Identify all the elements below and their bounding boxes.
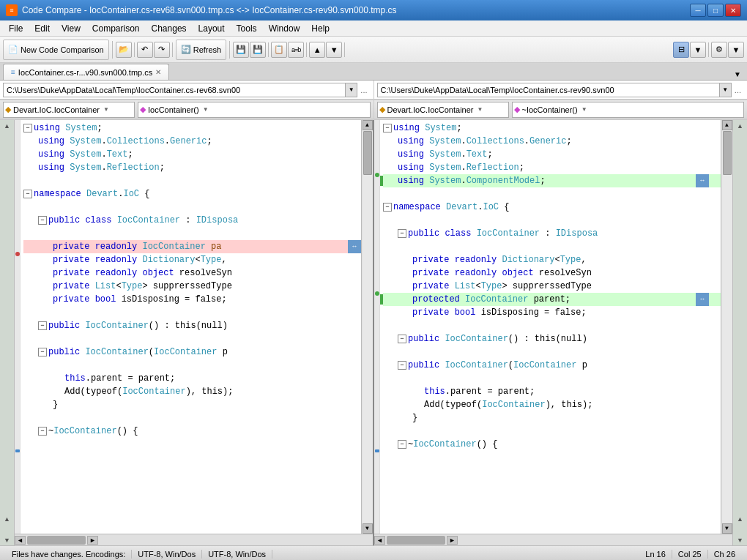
save-right-button[interactable]: 💾 (250, 42, 266, 58)
maximize-button[interactable]: □ (707, 4, 724, 17)
table-row (23, 359, 361, 372)
tab-list-button[interactable]: ▼ (731, 69, 744, 80)
table-row: using System.Text; (383, 148, 721, 161)
table-row (23, 332, 361, 346)
right-vscroll[interactable]: ▲ ▼ (721, 120, 732, 534)
left-nav-down-arrow[interactable]: ▲ (4, 515, 10, 523)
menu-help[interactable]: Help (305, 22, 335, 35)
settings-button[interactable]: ⚙ (711, 42, 727, 58)
table-row (23, 411, 361, 425)
tab-close-button[interactable]: ✕ (155, 68, 161, 76)
left-vscroll[interactable]: ▲ ▼ (361, 120, 373, 534)
table-row: using System.Text; (23, 148, 361, 161)
left-code-lines[interactable]: − using System; using System.Collections… (21, 120, 361, 534)
left-scroll-track[interactable] (363, 130, 373, 523)
expand-btn-ctor1[interactable]: − (38, 321, 47, 330)
expand-btn-1[interactable]: − (23, 124, 32, 132)
line-info: Ln 16 (639, 550, 672, 559)
right-nav-up-arrow[interactable]: ▲ (737, 122, 743, 130)
right-scroll-thumb[interactable] (723, 131, 732, 175)
right-hscroll-left[interactable]: ◄ (374, 536, 385, 545)
table-row (23, 227, 361, 240)
table-row: − public class IocContainer : IDisposa (383, 227, 721, 240)
sep7 (344, 42, 345, 57)
expand-btn-rctor2[interactable]: − (398, 361, 406, 370)
left-hscroll[interactable]: ◄ ► (15, 534, 373, 545)
undo-button[interactable]: ↶ (137, 42, 153, 58)
prev-diff-button[interactable]: ▲ (309, 42, 325, 58)
expand-btn-ns[interactable]: − (23, 190, 32, 198)
expand-btn-rdtor[interactable]: − (398, 440, 406, 449)
menu-window[interactable]: Window (263, 22, 306, 35)
right-code-lines[interactable]: − using System; using System.Collections… (380, 120, 721, 534)
expand-btn-rctor1[interactable]: − (398, 335, 406, 343)
status-bar: Files have changes. Encodings: UTF-8, Wi… (0, 545, 747, 560)
settings-dropdown[interactable]: ▼ (728, 42, 744, 58)
right-scroll-up[interactable]: ▲ (722, 120, 732, 130)
right-conn-arrow-2[interactable]: ↔ (696, 293, 709, 306)
left-nav-down-arrow2[interactable]: ▼ (4, 537, 10, 544)
menu-file[interactable]: File (3, 22, 29, 35)
left-path-dropdown[interactable]: ▼ (346, 83, 357, 97)
left-hscroll-right[interactable]: ► (87, 536, 98, 545)
left-scroll-thumb[interactable] (363, 131, 372, 175)
expand-btn-ctor2[interactable]: − (38, 348, 47, 356)
left-scroll-dn[interactable]: ▼ (363, 523, 373, 534)
close-button[interactable]: ✕ (725, 4, 741, 17)
right-nav-up-arrow2[interactable]: ▲ (737, 515, 743, 523)
menu-layout[interactable]: Layout (193, 22, 231, 35)
toolbar-group-right: ⊟ ▼ ⚙ ▼ (673, 42, 744, 58)
refresh-button[interactable]: 🔄 Refresh (176, 40, 227, 60)
right-hscroll[interactable]: ◄ ► (374, 534, 732, 545)
save-left-button[interactable]: 💾 (233, 42, 249, 58)
right-path-input[interactable] (377, 83, 720, 97)
view-options-button[interactable]: ▼ (690, 42, 706, 58)
table-row: using System.ComponentModel; ↔ (383, 174, 721, 187)
copy-to-right-button[interactable]: 📋 (271, 42, 287, 58)
menu-changes[interactable]: Changes (146, 22, 193, 35)
side-by-side-button[interactable]: ⊟ (673, 42, 689, 58)
sep4 (229, 41, 230, 59)
left-path-input[interactable] (3, 83, 346, 97)
expand-btn-dtor[interactable]: − (38, 427, 47, 436)
left-hscroll-thumb[interactable] (27, 536, 86, 545)
expand-btn-r1[interactable]: − (383, 124, 392, 132)
left-path-ellipsis[interactable]: ... (357, 84, 370, 96)
right-path-dropdown[interactable]: ▼ (720, 83, 732, 97)
new-comparison-button[interactable]: 📄 New Code Comparison (3, 40, 109, 60)
tab-iocontainer[interactable]: ≡ IocContainer.cs-r...v90.svn000.tmp.cs … (3, 64, 169, 80)
right-scroll-track[interactable] (722, 130, 732, 523)
right-class-select[interactable]: ◆ Devart.IoC.IocContainer ▼ (377, 102, 509, 118)
left-side-nav: ▲ ▲ ▼ (0, 120, 15, 545)
menu-tools[interactable]: Tools (231, 22, 263, 35)
right-scroll-dn[interactable]: ▼ (722, 523, 732, 534)
right-hscroll-thumb[interactable] (387, 536, 445, 545)
left-hscroll-left[interactable]: ◄ (15, 536, 26, 545)
find-button[interactable]: a=b (288, 42, 304, 58)
right-method-select[interactable]: ◆ ~IocContainer() ▼ (512, 102, 745, 118)
expand-btn-class[interactable]: − (38, 216, 47, 225)
redo-button[interactable]: ↷ (154, 42, 170, 58)
menu-comparison[interactable]: Comparison (86, 22, 146, 35)
menu-edit[interactable]: Edit (29, 22, 56, 35)
left-method-select[interactable]: ◆ IocContainer() ▼ (138, 102, 371, 118)
left-class-select[interactable]: ◆ Devart.IoC.IocContainer ▼ (3, 102, 135, 118)
left-nav-up-arrow[interactable]: ▲ (4, 122, 10, 130)
left-conn-arrow-1[interactable]: ↔ (348, 240, 361, 253)
refresh-label: Refresh (193, 45, 222, 54)
status-message: Files have changes. Encodings: (6, 550, 132, 559)
table-row: private readonly object resolveSyn (23, 266, 361, 280)
expand-btn-rclass[interactable]: − (398, 229, 406, 238)
menu-view[interactable]: View (56, 22, 86, 35)
expand-btn-rns[interactable]: − (383, 203, 392, 212)
open-button[interactable]: 📂 (116, 42, 132, 58)
right-conn-arrow-1[interactable]: ↔ (696, 174, 709, 187)
next-diff-button[interactable]: ▼ (326, 42, 342, 58)
right-hscroll-right[interactable]: ► (447, 536, 458, 545)
ch-info: Ch 26 (708, 550, 741, 559)
right-nav-down-arrow[interactable]: ▼ (737, 537, 743, 544)
minimize-button[interactable]: ─ (690, 4, 706, 17)
left-scroll-up[interactable]: ▲ (363, 120, 373, 130)
right-path-ellipsis[interactable]: ... (732, 84, 744, 96)
table-row: using System.Reflection; (23, 161, 361, 174)
